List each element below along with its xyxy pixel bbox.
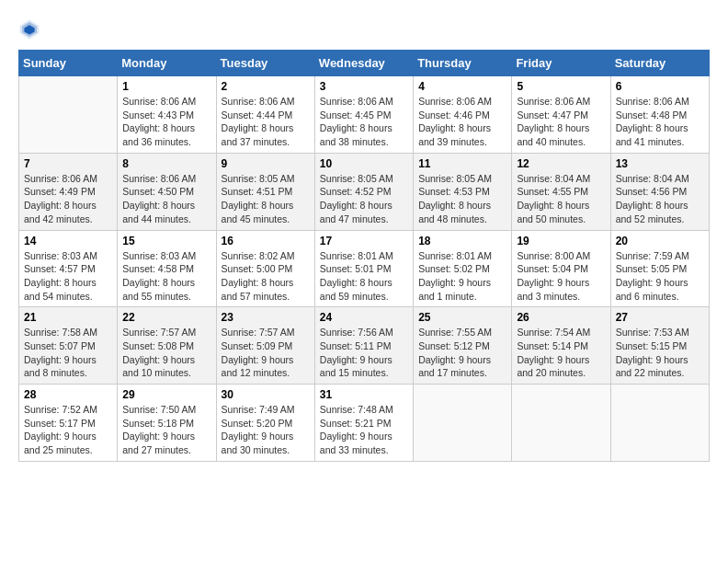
day-info: Sunrise: 7:59 AMSunset: 5:05 PMDaylight:…	[616, 250, 689, 302]
day-info: Sunrise: 8:06 AMSunset: 4:50 PMDaylight:…	[122, 173, 196, 224]
day-number: 25	[418, 311, 506, 324]
calendar-cell: 5 Sunrise: 8:06 AMSunset: 4:47 PMDayligh…	[512, 76, 610, 154]
day-number: 23	[222, 311, 310, 324]
day-info: Sunrise: 7:52 AMSunset: 5:17 PMDaylight:…	[24, 404, 97, 455]
day-info: Sunrise: 8:04 AMSunset: 4:55 PMDaylight:…	[517, 173, 590, 224]
logo	[18, 18, 44, 40]
week-row-4: 21 Sunrise: 7:58 AMSunset: 5:07 PMDaylig…	[19, 307, 710, 385]
day-number: 8	[122, 157, 210, 170]
day-info: Sunrise: 8:06 AMSunset: 4:45 PMDaylight:…	[320, 96, 393, 147]
day-info: Sunrise: 7:55 AMSunset: 5:12 PMDaylight:…	[418, 327, 492, 378]
day-info: Sunrise: 8:02 AMSunset: 5:00 PMDaylight:…	[222, 250, 295, 302]
calendar-cell: 21 Sunrise: 7:58 AMSunset: 5:07 PMDaylig…	[19, 307, 118, 385]
calendar-cell: 7 Sunrise: 8:06 AMSunset: 4:49 PMDayligh…	[19, 153, 118, 230]
day-number: 6	[616, 80, 704, 93]
calendar-cell: 27 Sunrise: 7:53 AMSunset: 5:15 PMDaylig…	[610, 307, 709, 385]
calendar-cell: 29 Sunrise: 7:50 AMSunset: 5:18 PMDaylig…	[118, 385, 216, 462]
calendar-cell: 25 Sunrise: 7:55 AMSunset: 5:12 PMDaylig…	[414, 307, 512, 385]
calendar-cell: 30 Sunrise: 7:49 AMSunset: 5:20 PMDaylig…	[216, 385, 314, 462]
calendar-header: SundayMondayTuesdayWednesdayThursdayFrid…	[19, 51, 710, 76]
day-number: 26	[517, 311, 605, 324]
week-row-1: 1 Sunrise: 8:06 AMSunset: 4:43 PMDayligh…	[19, 76, 710, 154]
day-info: Sunrise: 8:05 AMSunset: 4:52 PMDaylight:…	[320, 173, 393, 224]
day-number: 3	[320, 80, 408, 93]
day-number: 31	[320, 388, 408, 401]
calendar-cell: 15 Sunrise: 8:03 AMSunset: 4:58 PMDaylig…	[118, 230, 216, 307]
day-number: 4	[418, 80, 506, 93]
calendar-cell: 13 Sunrise: 8:04 AMSunset: 4:56 PMDaylig…	[610, 153, 709, 230]
day-number: 24	[320, 311, 408, 324]
calendar-cell: 3 Sunrise: 8:06 AMSunset: 4:45 PMDayligh…	[314, 76, 413, 154]
calendar-cell: 26 Sunrise: 7:54 AMSunset: 5:14 PMDaylig…	[512, 307, 610, 385]
day-info: Sunrise: 7:56 AMSunset: 5:11 PMDaylight:…	[320, 327, 393, 378]
day-number: 30	[222, 388, 310, 401]
day-info: Sunrise: 8:06 AMSunset: 4:47 PMDaylight:…	[517, 96, 590, 147]
week-row-5: 28 Sunrise: 7:52 AMSunset: 5:17 PMDaylig…	[19, 385, 710, 462]
calendar-cell: 19 Sunrise: 8:00 AMSunset: 5:04 PMDaylig…	[512, 230, 610, 307]
page-header	[18, 18, 710, 40]
day-number: 13	[616, 157, 704, 170]
calendar-body: 1 Sunrise: 8:06 AMSunset: 4:43 PMDayligh…	[19, 76, 710, 462]
day-number: 12	[517, 157, 605, 170]
calendar-cell: 2 Sunrise: 8:06 AMSunset: 4:44 PMDayligh…	[216, 76, 314, 154]
week-row-3: 14 Sunrise: 8:03 AMSunset: 4:57 PMDaylig…	[19, 230, 710, 307]
day-info: Sunrise: 7:48 AMSunset: 5:21 PMDaylight:…	[320, 404, 393, 455]
day-number: 28	[24, 388, 112, 401]
day-number: 18	[418, 235, 506, 247]
header-cell-monday: Monday	[118, 51, 216, 76]
calendar-cell: 22 Sunrise: 7:57 AMSunset: 5:08 PMDaylig…	[118, 307, 216, 385]
day-info: Sunrise: 8:03 AMSunset: 4:58 PMDaylight:…	[122, 250, 196, 302]
calendar-cell	[610, 385, 709, 462]
day-number: 21	[24, 311, 112, 324]
header-cell-tuesday: Tuesday	[216, 51, 314, 76]
day-info: Sunrise: 8:06 AMSunset: 4:49 PMDaylight:…	[24, 173, 97, 224]
header-cell-saturday: Saturday	[610, 51, 709, 76]
day-number: 15	[122, 235, 210, 247]
day-info: Sunrise: 7:53 AMSunset: 5:15 PMDaylight:…	[616, 327, 689, 378]
day-number: 20	[616, 235, 704, 247]
calendar-cell: 20 Sunrise: 7:59 AMSunset: 5:05 PMDaylig…	[610, 230, 709, 307]
day-number: 10	[320, 157, 408, 170]
calendar-cell: 28 Sunrise: 7:52 AMSunset: 5:17 PMDaylig…	[19, 385, 118, 462]
calendar-cell: 8 Sunrise: 8:06 AMSunset: 4:50 PMDayligh…	[118, 153, 216, 230]
day-info: Sunrise: 8:06 AMSunset: 4:44 PMDaylight:…	[222, 96, 295, 147]
day-number: 1	[122, 80, 210, 93]
calendar-cell: 17 Sunrise: 8:01 AMSunset: 5:01 PMDaylig…	[314, 230, 413, 307]
day-info: Sunrise: 8:05 AMSunset: 4:53 PMDaylight:…	[418, 173, 492, 224]
day-info: Sunrise: 8:01 AMSunset: 5:01 PMDaylight:…	[320, 250, 393, 302]
calendar-cell: 12 Sunrise: 8:04 AMSunset: 4:55 PMDaylig…	[512, 153, 610, 230]
day-info: Sunrise: 7:49 AMSunset: 5:20 PMDaylight:…	[222, 404, 295, 455]
header-cell-wednesday: Wednesday	[314, 51, 413, 76]
calendar-cell: 4 Sunrise: 8:06 AMSunset: 4:46 PMDayligh…	[414, 76, 512, 154]
day-info: Sunrise: 8:01 AMSunset: 5:02 PMDaylight:…	[418, 250, 492, 302]
calendar-cell: 18 Sunrise: 8:01 AMSunset: 5:02 PMDaylig…	[414, 230, 512, 307]
day-number: 2	[222, 80, 310, 93]
day-number: 19	[517, 235, 605, 247]
day-info: Sunrise: 7:54 AMSunset: 5:14 PMDaylight:…	[517, 327, 590, 378]
day-info: Sunrise: 8:05 AMSunset: 4:51 PMDaylight:…	[222, 173, 295, 224]
header-cell-sunday: Sunday	[19, 51, 118, 76]
header-cell-thursday: Thursday	[414, 51, 512, 76]
day-info: Sunrise: 7:50 AMSunset: 5:18 PMDaylight:…	[122, 404, 196, 455]
calendar-cell	[19, 76, 118, 154]
day-number: 29	[122, 388, 210, 401]
logo-icon	[18, 18, 40, 40]
calendar-cell	[414, 385, 512, 462]
day-info: Sunrise: 7:57 AMSunset: 5:08 PMDaylight:…	[122, 327, 196, 378]
calendar-cell: 11 Sunrise: 8:05 AMSunset: 4:53 PMDaylig…	[414, 153, 512, 230]
day-number: 9	[222, 157, 310, 170]
calendar-cell: 23 Sunrise: 7:57 AMSunset: 5:09 PMDaylig…	[216, 307, 314, 385]
calendar-cell: 24 Sunrise: 7:56 AMSunset: 5:11 PMDaylig…	[314, 307, 413, 385]
calendar-table: SundayMondayTuesdayWednesdayThursdayFrid…	[18, 50, 710, 462]
day-info: Sunrise: 8:06 AMSunset: 4:43 PMDaylight:…	[122, 96, 196, 147]
day-info: Sunrise: 7:58 AMSunset: 5:07 PMDaylight:…	[24, 327, 97, 378]
calendar-cell: 1 Sunrise: 8:06 AMSunset: 4:43 PMDayligh…	[118, 76, 216, 154]
day-info: Sunrise: 8:04 AMSunset: 4:56 PMDaylight:…	[616, 173, 689, 224]
day-number: 14	[24, 235, 112, 247]
calendar-cell	[512, 385, 610, 462]
header-row: SundayMondayTuesdayWednesdayThursdayFrid…	[19, 51, 710, 76]
calendar-cell: 16 Sunrise: 8:02 AMSunset: 5:00 PMDaylig…	[216, 230, 314, 307]
day-number: 17	[320, 235, 408, 247]
day-number: 16	[222, 235, 310, 247]
day-info: Sunrise: 8:06 AMSunset: 4:46 PMDaylight:…	[418, 96, 492, 147]
